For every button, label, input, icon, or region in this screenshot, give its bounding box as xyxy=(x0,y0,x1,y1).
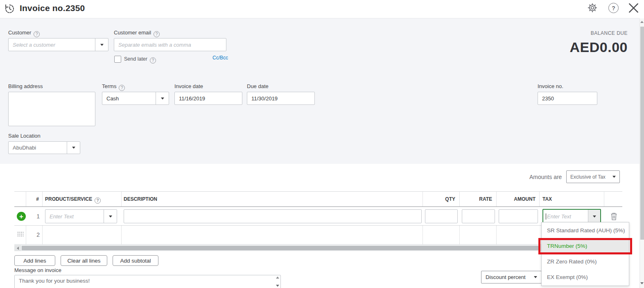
text-cursor xyxy=(546,213,546,220)
help-icon[interactable]: ? xyxy=(608,3,619,13)
invoice-date-wrap xyxy=(174,92,242,105)
row1-qty-input[interactable] xyxy=(425,209,458,223)
textarea-scroll-up-icon[interactable] xyxy=(276,277,279,279)
col-header-description: DESCRIPTION xyxy=(124,196,157,202)
row2-col-divider xyxy=(459,226,460,244)
invoice-date-input[interactable] xyxy=(175,95,242,102)
discount-value: Discount percent xyxy=(486,274,534,280)
due-date-input[interactable] xyxy=(247,95,314,102)
page-vscrollbar[interactable] xyxy=(639,18,644,288)
delete-row-icon[interactable] xyxy=(610,212,617,222)
row1-tax-arrow[interactable] xyxy=(588,210,600,223)
row1-product-placeholder: Enter Text xyxy=(45,210,104,223)
amounts-are-select[interactable]: Exclusive of Tax xyxy=(566,170,620,183)
amounts-are-arrow-icon xyxy=(612,176,616,178)
billing-address-textarea[interactable] xyxy=(8,92,95,126)
customer-select-placeholder: Select a customer xyxy=(9,39,95,51)
row1-tax-placeholder: Enter Text xyxy=(547,213,571,220)
textarea-scroll-down-icon[interactable] xyxy=(276,285,279,287)
send-later-help-icon[interactable]: ? xyxy=(150,57,156,63)
sale-location-value: AbuDhabi xyxy=(9,142,67,154)
row1-product-arrow[interactable] xyxy=(104,210,117,223)
invoice-no-label: Invoice no. xyxy=(538,83,563,89)
sale-location-select[interactable]: AbuDhabi xyxy=(8,141,80,154)
customer-email-field-wrap xyxy=(114,38,226,51)
row1-rate-input[interactable] xyxy=(462,209,495,223)
hscroll-left-arrow[interactable] xyxy=(14,245,21,251)
message-wrap: Thank you for your business! xyxy=(14,275,281,288)
col-header-num: # xyxy=(26,196,39,202)
col-divider xyxy=(42,192,43,206)
row1-tax-select[interactable]: Enter Text xyxy=(542,209,601,224)
terms-select-arrow[interactable] xyxy=(156,92,169,104)
terms-select[interactable]: Cash xyxy=(102,92,169,105)
tax-option[interactable]: ZR Zero Rated (0%) xyxy=(542,254,629,269)
customer-select[interactable]: Select a customer xyxy=(8,38,108,51)
table-hscrollbar[interactable] xyxy=(14,245,541,251)
customer-email-input[interactable] xyxy=(114,42,226,48)
col-header-product: PRODUCT/SERVICE? xyxy=(45,196,101,204)
add-lines-button[interactable]: Add lines xyxy=(14,255,55,266)
col-header-qty: QTY xyxy=(423,196,455,202)
tax-option-highlighted[interactable]: TRNumber (5%) xyxy=(542,238,629,254)
billing-address-wrap xyxy=(8,92,95,126)
tax-option[interactable]: EX Exempt (0%) xyxy=(542,269,629,285)
tax-option[interactable]: SR Standard Rated (AUH) (5%) xyxy=(542,222,629,238)
row2-col-divider xyxy=(121,226,122,244)
product-help-icon[interactable]: ? xyxy=(95,197,101,204)
terms-help-icon[interactable]: ? xyxy=(119,85,125,91)
col-divider xyxy=(121,192,122,206)
add-row-button[interactable]: + xyxy=(17,212,26,221)
sale-location-arrow[interactable] xyxy=(67,142,80,154)
balance-due-label: BALANCE DUE xyxy=(591,30,628,36)
customer-email-label: Customer email? xyxy=(114,29,160,37)
terms-value: Cash xyxy=(102,92,156,104)
add-subtotal-button[interactable]: Add subtotal xyxy=(113,255,158,266)
history-icon[interactable] xyxy=(4,3,15,16)
customer-help-icon[interactable]: ? xyxy=(34,31,40,37)
col-divider xyxy=(539,192,540,206)
customer-select-arrow[interactable] xyxy=(95,39,108,51)
row1-description-input[interactable] xyxy=(124,209,422,223)
message-textarea[interactable]: Thank you for your business! xyxy=(14,275,281,288)
clear-all-lines-button[interactable]: Clear all lines xyxy=(61,255,107,266)
row2-col-divider xyxy=(496,226,497,244)
row2-number: 2 xyxy=(31,231,40,238)
amounts-are-label: Amounts are xyxy=(529,174,562,180)
terms-label: Terms? xyxy=(102,83,125,91)
col-header-amount: AMOUNT xyxy=(496,196,536,202)
row2-col-divider xyxy=(423,226,423,244)
vscroll-down-arrow[interactable] xyxy=(640,282,644,284)
customer-email-help-icon[interactable]: ? xyxy=(154,31,160,37)
amounts-are-value: Exclusive of Tax xyxy=(570,174,612,180)
message-on-invoice-label: Message on invoice xyxy=(14,267,61,273)
gear-icon[interactable] xyxy=(587,2,598,15)
cc-bcc-link[interactable]: Cc/Bcc xyxy=(212,55,228,61)
row1-product-select[interactable]: Enter Text xyxy=(45,209,117,223)
row2-col-divider xyxy=(42,226,43,244)
billing-address-label: Billing address xyxy=(8,83,43,89)
vscroll-up-arrow[interactable] xyxy=(640,21,644,23)
sale-location-label: Sale Location xyxy=(8,133,41,139)
row2-bottom-border xyxy=(14,244,541,245)
invoice-no-wrap xyxy=(538,92,597,105)
close-icon[interactable] xyxy=(628,2,639,15)
invoice-date-label: Invoice date xyxy=(174,83,203,89)
invoice-no-input[interactable] xyxy=(538,95,597,102)
table-header-border xyxy=(14,206,622,207)
hscroll-thumb[interactable] xyxy=(22,246,538,250)
discount-select[interactable]: Discount percent xyxy=(481,271,542,283)
row1-number: 1 xyxy=(31,213,40,220)
row-divider xyxy=(14,225,541,226)
due-date-label: Due date xyxy=(247,83,269,89)
col-divider xyxy=(604,192,604,206)
col-header-rate: RATE xyxy=(459,196,492,202)
vscroll-thumb[interactable] xyxy=(640,27,644,240)
send-later-label: Send later? xyxy=(124,56,156,63)
send-later-checkbox[interactable] xyxy=(114,56,121,63)
drag-handle-icon[interactable] xyxy=(17,231,24,238)
customer-label: Customer? xyxy=(8,29,40,37)
invoice-window: Invoice no.2350 ? Customer? Select a cus… xyxy=(0,0,644,288)
row1-amount-input[interactable] xyxy=(499,209,538,223)
table-top-border xyxy=(14,191,622,192)
